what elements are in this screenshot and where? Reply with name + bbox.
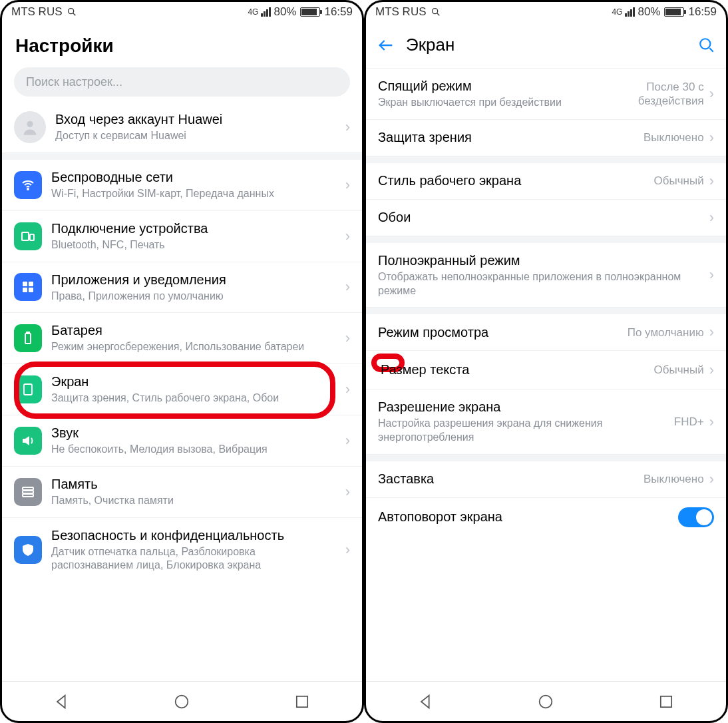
nav-bar (2, 681, 362, 721)
chevron-right-icon: › (709, 266, 714, 284)
avatar-icon (14, 111, 46, 143)
search-icon[interactable] (698, 37, 715, 54)
battery-icon (14, 324, 42, 352)
account-sub: Доступ к сервисам Huawei (55, 129, 340, 143)
home-nav-icon[interactable] (536, 692, 555, 711)
nav-bar (366, 681, 726, 721)
row-value: Выключено (643, 130, 704, 144)
row-value: Обычный (654, 363, 704, 377)
svg-line-19 (437, 13, 439, 15)
search-icon (431, 7, 441, 17)
network-type: 4G (248, 7, 258, 17)
search-placeholder: Поиск настроек... (26, 75, 122, 89)
divider (366, 156, 726, 163)
account-row[interactable]: Вход через аккаунт Huawei Доступ к серви… (2, 102, 362, 153)
status-bar: MTS RUS 4G 80% 16:59 (366, 2, 726, 22)
row-sleep-mode[interactable]: Спящий режимЭкран выключается при бездей… (366, 69, 726, 120)
shield-icon (14, 536, 42, 564)
svg-point-0 (68, 9, 73, 14)
battery-icon (664, 7, 684, 17)
sidebar-item-device-connection[interactable]: Подключение устройстваBluetooth, NFC, Пе… (2, 211, 362, 262)
svg-rect-6 (23, 282, 27, 286)
svg-rect-7 (29, 282, 33, 286)
row-fullscreen[interactable]: Полноэкранный режимОтображать неполноэкр… (366, 243, 726, 308)
row-screensaver[interactable]: Заставка Выключено › (366, 461, 726, 498)
storage-icon (14, 478, 42, 506)
svg-rect-24 (661, 696, 671, 706)
sidebar-item-display[interactable]: ЭкранЗащита зрения, Стиль рабочего экран… (2, 364, 362, 415)
svg-line-22 (709, 48, 713, 51)
back-nav-icon[interactable] (417, 692, 435, 711)
home-nav-icon[interactable] (172, 692, 191, 711)
search-input[interactable]: Поиск настроек... (14, 67, 350, 97)
recents-nav-icon[interactable] (293, 692, 311, 711)
chevron-right-icon: › (345, 541, 350, 559)
chevron-right-icon: › (709, 209, 714, 226)
chevron-right-icon: › (709, 85, 714, 103)
sound-icon (14, 427, 42, 455)
chevron-right-icon: › (709, 362, 714, 379)
sidebar-item-battery[interactable]: БатареяРежим энергосбережения, Использов… (2, 313, 362, 364)
battery-pct: 80% (637, 5, 660, 19)
row-eye-comfort[interactable]: Защита зрения Выключено › (366, 120, 726, 156)
chevron-right-icon: › (709, 324, 714, 341)
chevron-right-icon: › (345, 483, 350, 501)
divider (366, 236, 726, 243)
row-value: Выключено (643, 472, 704, 486)
chevron-right-icon: › (345, 119, 350, 136)
svg-rect-4 (22, 232, 29, 240)
sidebar-item-security[interactable]: Безопасность и конфиденциальностьДатчик … (2, 518, 362, 583)
signal-bars-icon (625, 7, 635, 17)
toggle-switch[interactable] (678, 507, 714, 527)
wifi-icon (14, 171, 42, 199)
divider (366, 308, 726, 314)
back-arrow-icon[interactable] (377, 36, 395, 55)
svg-rect-5 (30, 234, 34, 240)
chevron-right-icon: › (709, 413, 714, 431)
row-view-mode[interactable]: Режим просмотра По умолчанию › (366, 314, 726, 351)
divider (2, 153, 362, 160)
display-settings-list[interactable]: Спящий режимЭкран выключается при бездей… (366, 69, 726, 681)
svg-point-16 (176, 695, 188, 708)
row-auto-rotate[interactable]: Автоповорот экрана (366, 498, 726, 537)
chevron-right-icon: › (345, 278, 350, 296)
divider (366, 455, 726, 461)
row-text-size[interactable]: Размер текста Обычный › (366, 351, 726, 389)
devices-icon (14, 222, 42, 250)
apps-icon (14, 273, 42, 301)
sidebar-item-apps[interactable]: Приложения и уведомленияПрава, Приложени… (2, 262, 362, 314)
status-bar: MTS RUS 4G 80% 16:59 (2, 2, 362, 22)
clock: 16:59 (324, 5, 353, 19)
signal-bars-icon (261, 7, 271, 17)
sidebar-item-storage[interactable]: ПамятьПамять, Очистка памяти › (2, 467, 362, 518)
battery-icon (300, 7, 320, 17)
back-nav-icon[interactable] (53, 692, 71, 711)
phone-left: MTS RUS 4G 80% 16:59 Настройки Поиск нас… (0, 0, 364, 723)
recents-nav-icon[interactable] (657, 692, 675, 711)
svg-rect-8 (23, 288, 27, 292)
chevron-right-icon: › (345, 330, 350, 347)
account-label: Вход через аккаунт Huawei (55, 111, 340, 128)
search-icon (67, 7, 77, 17)
display-icon (14, 375, 42, 403)
svg-rect-17 (297, 696, 307, 706)
sidebar-item-sound[interactable]: ЗвукНе беспокоить, Мелодия вызова, Вибра… (2, 415, 362, 467)
svg-point-21 (700, 39, 710, 49)
chevron-right-icon: › (709, 471, 714, 488)
carrier-label: MTS RUS (11, 5, 63, 19)
phone-right: MTS RUS 4G 80% 16:59 Экран Спящий режимЭ… (364, 0, 728, 723)
svg-line-1 (73, 13, 75, 15)
row-resolution[interactable]: Разрешение экранаНастройка разрешения эк… (366, 389, 726, 455)
chevron-right-icon: › (709, 129, 714, 146)
clock: 16:59 (688, 5, 717, 19)
page-title: Настройки (2, 22, 362, 67)
chevron-right-icon: › (345, 228, 350, 245)
row-wallpaper[interactable]: Обои › (366, 200, 726, 236)
row-home-style[interactable]: Стиль рабочего экрана Обычный › (366, 163, 726, 200)
network-type: 4G (612, 7, 622, 17)
settings-list[interactable]: Вход через аккаунт Huawei Доступ к серви… (2, 102, 362, 681)
sidebar-item-wireless[interactable]: Беспроводные сетиWi-Fi, Настройки SIM-ка… (2, 160, 362, 211)
chevron-right-icon: › (345, 381, 350, 398)
svg-rect-11 (27, 332, 29, 334)
row-value: Обычный (654, 174, 704, 188)
